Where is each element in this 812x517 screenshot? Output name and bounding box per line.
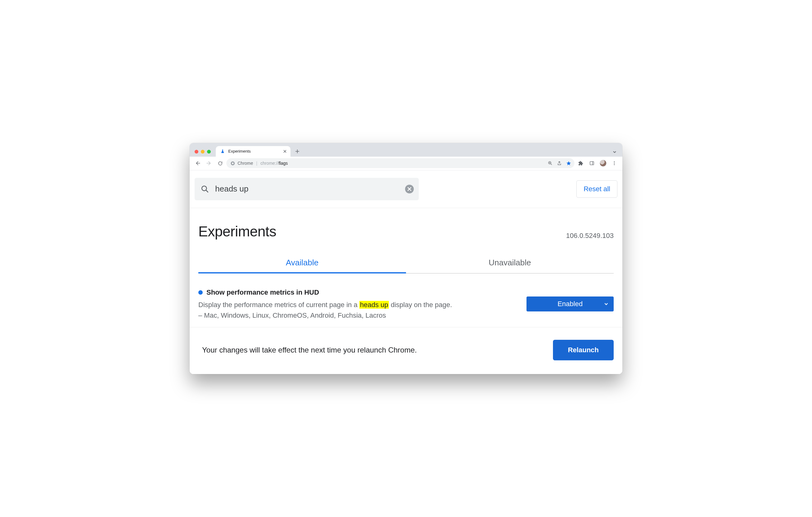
menu-icon[interactable] [609,158,619,168]
window-zoom-icon[interactable] [207,150,211,153]
relaunch-bar: Your changes will take effect the next t… [190,327,622,374]
share-icon[interactable] [557,161,562,166]
search-icon [201,185,209,193]
toolbar: Chrome | chrome://flags [190,157,622,170]
page-content: Reset all Experiments 106.0.5249.103 Ava… [190,170,622,374]
browser-window: Experiments Chrome | c [190,143,622,374]
reload-button[interactable] [215,158,225,168]
clear-search-icon[interactable] [405,185,414,193]
url-path: chrome://flags [260,161,288,166]
flag-state-value: Enabled [558,300,583,308]
chrome-logo-icon [230,161,235,166]
svg-rect-3 [590,162,594,165]
url-separator: | [256,161,258,166]
tab-strip: Experiments [190,143,622,157]
svg-point-4 [614,161,615,162]
header-row: Experiments 106.0.5249.103 [190,208,622,240]
svg-point-6 [614,165,615,165]
reset-all-button[interactable]: Reset all [576,180,617,198]
flag-item: Show performance metrics in HUD Display … [190,274,622,327]
browser-tab-active[interactable]: Experiments [216,146,290,157]
search-highlight: heads up [359,301,389,309]
chevron-down-icon [604,301,609,307]
flask-icon [220,149,225,154]
url-origin: Chrome [237,161,253,166]
flag-tabs: Available Unavailable [198,254,614,274]
back-button[interactable] [193,158,203,168]
forward-button[interactable] [204,158,214,168]
tab-title: Experiments [228,149,279,153]
search-row: Reset all [190,170,622,208]
flag-description: Display the performance metrics of curre… [198,299,454,321]
page-title: Experiments [198,223,276,240]
profile-avatar[interactable] [598,158,608,168]
modified-dot-icon [198,290,203,295]
flag-state-select[interactable]: Enabled [526,296,614,311]
window-close-icon[interactable] [195,150,198,153]
side-panel-icon[interactable] [587,158,597,168]
flag-search-box[interactable] [195,178,419,200]
extensions-icon[interactable] [576,158,586,168]
chrome-version: 106.0.5249.103 [566,232,614,240]
relaunch-button[interactable]: Relaunch [553,340,614,360]
tab-unavailable[interactable]: Unavailable [406,254,614,273]
flag-search-input[interactable] [214,184,400,194]
bookmark-star-icon[interactable] [566,161,571,166]
window-minimize-icon[interactable] [201,150,205,153]
new-tab-button[interactable] [293,147,302,156]
tab-close-icon[interactable] [282,149,287,154]
omnibox-actions [548,161,571,166]
flag-title: Show performance metrics in HUD [206,288,319,296]
address-bar[interactable]: Chrome | chrome://flags [226,158,575,168]
window-controls [193,150,213,157]
svg-point-1 [232,163,233,165]
tabs-overflow-icon[interactable] [612,150,619,157]
svg-point-5 [614,163,615,164]
tab-available[interactable]: Available [198,254,406,273]
relaunch-message: Your changes will take effect the next t… [202,346,417,354]
flag-info: Show performance metrics in HUD Display … [198,288,514,321]
zoom-icon[interactable] [548,161,553,166]
